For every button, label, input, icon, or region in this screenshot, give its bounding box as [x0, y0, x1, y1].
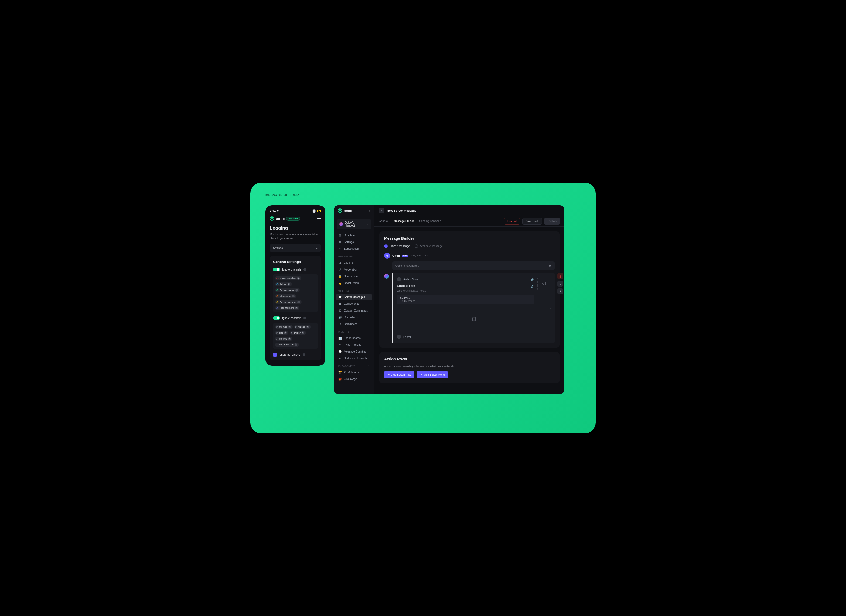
channel-chip[interactable]: #gifs✕ [275, 331, 288, 335]
add-select-menu-button[interactable]: ＋Add Select Menu [417, 371, 448, 378]
embed-title-input[interactable]: Embed Title 🔗 [397, 284, 534, 288]
nav-group-header[interactable]: UTILITIES⌃ [336, 286, 372, 294]
nav-item[interactable]: 👍React Roles [336, 280, 372, 286]
color-handle[interactable] [384, 274, 389, 279]
nav-item[interactable]: ≣Components [336, 301, 372, 307]
tab[interactable]: Sending Behavior [419, 216, 441, 226]
nav-item[interactable]: ✦Subscription [336, 245, 372, 252]
emoji-icon[interactable]: ☻ [548, 264, 551, 267]
remove-icon[interactable]: ✕ [297, 301, 300, 304]
copy-embed-button[interactable]: ⧉ [557, 281, 563, 287]
footer-avatar[interactable] [397, 335, 401, 339]
radio-embed-message[interactable]: Embed Message [384, 244, 410, 248]
link-icon[interactable]: 🔗 [531, 278, 534, 281]
nav-item[interactable]: ✉Invite Tracking [336, 342, 372, 348]
publish-button[interactable]: Publish [544, 218, 560, 225]
author-name-input[interactable]: Author Name [403, 278, 419, 281]
remove-icon[interactable]: ✕ [288, 337, 291, 340]
remove-icon[interactable]: ✕ [302, 331, 304, 334]
nav-label: Settings [344, 241, 354, 243]
back-button[interactable]: ‹ [379, 208, 384, 213]
action-rows-panel: Action Rows Add action rows consisting o… [379, 352, 560, 383]
channel-chip[interactable]: #twitter✕ [290, 331, 306, 335]
nav-label: Recordings [344, 316, 358, 319]
link-icon[interactable]: 🔗 [531, 285, 534, 287]
nav-item[interactable]: 💭Message Counting [336, 348, 372, 355]
role-chip[interactable]: @Junior Member✕ [275, 276, 301, 280]
tab[interactable]: General [379, 216, 388, 226]
nav-item[interactable]: 🗂Logging [336, 260, 372, 266]
remove-icon[interactable]: ✕ [295, 307, 298, 309]
server-select[interactable]: Oslow's Hangout ⌄ [337, 219, 372, 229]
discard-button[interactable]: Discard [504, 218, 520, 225]
channel-chip[interactable]: #more-memes✕ [275, 343, 299, 347]
nav-item[interactable]: 🎁Giveaways [336, 376, 372, 383]
channel-chip[interactable]: #videos✕ [294, 325, 311, 329]
nav-item[interactable]: 🔒Server Guard [336, 273, 372, 280]
nav-icon: ⚙ [338, 241, 342, 243]
chip-label: Junior Member [280, 277, 296, 280]
info-icon[interactable]: i [304, 317, 306, 319]
info-icon[interactable]: i [303, 353, 306, 356]
server-avatar [339, 222, 343, 226]
embed-field[interactable]: Field Title Field Message [397, 295, 534, 305]
remove-icon[interactable]: ✕ [292, 295, 295, 298]
checkbox-label: Ignore bot actions [279, 353, 301, 356]
save-draft-button[interactable]: Save Draft [522, 218, 542, 225]
radio-standard-message[interactable]: Standard Message [415, 244, 443, 248]
role-chip[interactable]: @Moderator✕ [275, 294, 296, 298]
hash-icon: # [295, 326, 297, 328]
radio-dot-icon [384, 244, 388, 248]
remove-icon[interactable]: ✕ [288, 326, 291, 328]
nav-item[interactable]: 🔊Recordings [336, 314, 372, 321]
nav-group-header[interactable]: ENGAGEMENT⌃ [336, 362, 372, 369]
add-embed-button[interactable]: ＋ [557, 288, 563, 294]
topbar: ‹ New Server Message [375, 205, 564, 216]
author-avatar[interactable] [397, 277, 401, 281]
remove-icon[interactable]: ✕ [295, 343, 297, 346]
remove-icon[interactable]: ✕ [295, 289, 298, 292]
ignore-bots-checkbox[interactable]: ✓ [273, 353, 277, 356]
nav-item[interactable]: 📊Leaderboards [336, 335, 372, 342]
tab[interactable]: Message Builder [394, 216, 414, 226]
nav-item[interactable]: ⚙Settings [336, 239, 372, 245]
settings-select[interactable]: Settings ⌄ [270, 244, 321, 252]
nav-item[interactable]: ⊞Dashboard [336, 232, 372, 239]
logout-icon[interactable]: ⎋ [369, 209, 370, 213]
delete-embed-button[interactable]: 🗑 [557, 273, 563, 279]
nav-item[interactable]: 💬Server Messages [336, 294, 372, 301]
ignore-channels-toggle-2[interactable] [273, 316, 280, 320]
nav-item[interactable]: ⌘Custom Commands [336, 307, 372, 314]
menu-icon[interactable] [317, 217, 321, 220]
role-chip[interactable]: @Senior Member✕ [275, 300, 302, 304]
remove-icon[interactable]: ✕ [284, 331, 287, 334]
remove-icon[interactable]: ✕ [288, 283, 290, 286]
nav-item[interactable]: 🛡Moderation [336, 266, 372, 273]
nav-item[interactable]: ⏱Reminders [336, 321, 372, 327]
image-upload[interactable]: 🖼 [397, 308, 551, 331]
placeholder-text: Optional text here... [395, 264, 419, 267]
remove-icon[interactable]: ✕ [297, 277, 300, 280]
role-chip[interactable]: @Sr. Moderator✕ [275, 288, 300, 292]
at-icon: @ [276, 283, 279, 286]
nav-item[interactable]: 🏆XP & Levels [336, 369, 372, 376]
footer-input[interactable]: Footer [403, 336, 411, 339]
optional-text-input[interactable]: Optional text here... ☻ [392, 261, 555, 270]
thumbnail-upload[interactable]: 🖼 [538, 277, 551, 290]
channel-chip[interactable]: #movies✕ [275, 337, 292, 341]
ignore-channels-toggle[interactable] [273, 268, 280, 271]
info-icon[interactable]: i [304, 268, 306, 271]
nav-item[interactable]: #Statistics Channels [336, 355, 372, 362]
chevron-up-icon: ⌃ [368, 290, 370, 292]
role-chip[interactable]: @Admin✕ [275, 282, 292, 286]
add-button-row-button[interactable]: ＋Add Button Row [384, 371, 414, 378]
nav-group-header[interactable]: INSIGHTS⌃ [336, 327, 372, 335]
role-chip[interactable]: @Elite Member✕ [275, 306, 300, 310]
toggle-label: Ignore channels [282, 317, 301, 320]
embed-description-input[interactable]: Write your message here... [397, 289, 534, 292]
remove-icon[interactable]: ✕ [307, 326, 309, 328]
status-time: 9:41 ➤ [270, 209, 279, 213]
channel-chip[interactable]: #memes✕ [275, 325, 293, 329]
nav-group-header[interactable]: MANAGEMENT⌃ [336, 252, 372, 260]
chevron-up-icon: ⌃ [368, 365, 370, 367]
